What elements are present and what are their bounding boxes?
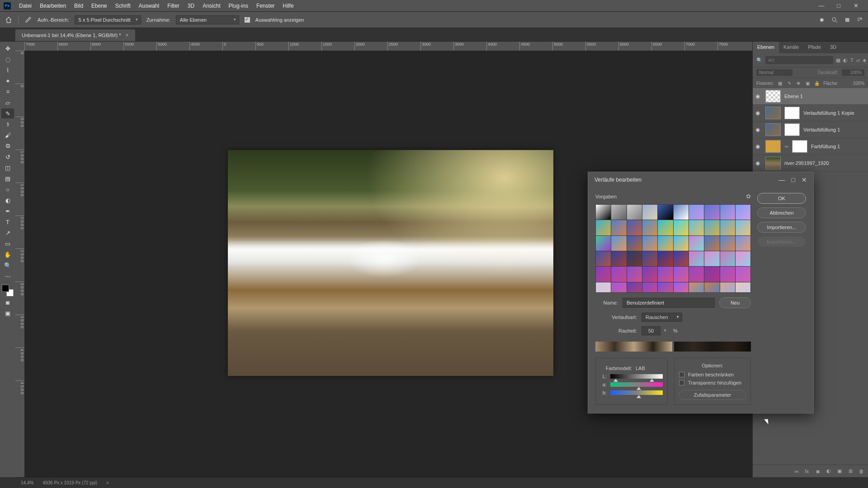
eyedropper-tool-icon[interactable] (24, 16, 32, 24)
layer-mask-thumbnail[interactable] (784, 123, 800, 136)
gradient-preset-swatch[interactable] (689, 205, 704, 220)
vertical-ruler[interactable]: 005 0 01 0 0 01 5 0 02 0 0 02 5 0 03 0 0… (15, 51, 24, 477)
gradient-preset-swatch[interactable] (642, 205, 657, 220)
gradient-preset-swatch[interactable] (658, 205, 673, 220)
marquee-tool[interactable]: ◌ (1, 54, 14, 64)
b-slider[interactable] (610, 390, 663, 395)
gradient-preset-swatch[interactable] (611, 282, 626, 293)
import-button[interactable]: Importieren... (757, 222, 806, 233)
gradient-preset-swatch[interactable] (658, 220, 673, 235)
menu-window[interactable]: Fenster (253, 1, 278, 11)
hand-tool[interactable]: ✋ (1, 249, 14, 259)
eye-icon[interactable]: ◉ (755, 143, 762, 150)
menu-filter[interactable]: Filter (164, 1, 183, 11)
healing-tool[interactable]: ⚕ (1, 119, 14, 129)
gradient-type-dropdown[interactable]: Rauschen (642, 313, 682, 322)
gradient-preset-swatch[interactable] (611, 236, 626, 251)
menu-3d[interactable]: 3D (184, 1, 198, 11)
layer-row[interactable]: ◉ Verlaufsfüllung 1 (753, 122, 868, 138)
document-tab[interactable]: Unbenannt-1 bei 14,4% (Ebene 1, RGB/8#) … (15, 29, 135, 41)
gradient-preset-swatch[interactable] (674, 236, 689, 251)
gradient-preset-swatch[interactable] (658, 251, 673, 266)
gradient-preset-swatch[interactable] (642, 236, 657, 251)
tab-paths[interactable]: Pfade (803, 42, 826, 53)
roughness-input[interactable]: 50 (642, 326, 660, 335)
layer-name[interactable]: Ebene 1 (784, 94, 803, 99)
layer-name[interactable]: Farbfüllung 1 (811, 144, 840, 149)
gradient-preset-swatch[interactable] (736, 205, 750, 220)
color-model-dropdown[interactable]: LAB (636, 366, 663, 371)
ruler-origin[interactable] (15, 42, 24, 51)
sample-size-dropdown[interactable]: 5 x 5 Pixel Durchschnitt (75, 15, 141, 24)
quickmask-tool[interactable]: ◙ (1, 297, 14, 307)
layer-row[interactable]: ◉ Ebene 1 (753, 88, 868, 105)
clone-tool[interactable]: ⧉ (1, 141, 14, 151)
gradient-preset-swatch[interactable] (658, 236, 673, 251)
window-maximize[interactable]: □ (830, 0, 847, 12)
eye-icon[interactable]: ◉ (755, 160, 762, 166)
edit-toolbar[interactable]: ⋯ (1, 271, 14, 281)
gradient-preset-swatch[interactable] (736, 282, 750, 293)
document-info[interactable]: 4936 Px x 3319 Px (72 ppi) (42, 480, 97, 485)
new-gradient-button[interactable]: Neu (719, 297, 751, 308)
screenmode-tool[interactable]: ▣ (1, 308, 14, 318)
gradient-preset-swatch[interactable] (642, 267, 657, 282)
cancel-button[interactable]: Abbrechen (757, 207, 806, 218)
layer-group-icon[interactable]: ▣ (836, 468, 843, 474)
menu-select[interactable]: Auswahl (135, 1, 163, 11)
blur-tool[interactable]: ○ (1, 184, 14, 194)
restrict-colors-checkbox[interactable] (679, 372, 684, 377)
move-tool[interactable]: ✥ (1, 43, 14, 53)
presets-gear-icon[interactable]: ✿ (746, 193, 751, 200)
opacity-input[interactable]: 100% (842, 69, 864, 76)
gradient-preset-swatch[interactable] (596, 220, 611, 235)
layer-mask-thumbnail[interactable] (792, 140, 807, 153)
home-icon[interactable] (5, 16, 13, 24)
gradient-preset-swatch[interactable] (720, 267, 735, 282)
gradient-preset-swatch[interactable] (596, 267, 611, 282)
zoom-level[interactable]: 14,4% (21, 480, 33, 485)
shape-tool[interactable]: ▭ (1, 239, 14, 249)
filter-smart-icon[interactable]: ◈ (863, 57, 866, 63)
gradient-preset-swatch[interactable] (689, 282, 704, 293)
gradient-preset-swatch[interactable] (689, 267, 704, 282)
menu-type[interactable]: Schrift (112, 1, 134, 11)
foreground-background-colors[interactable] (2, 285, 14, 296)
gradient-preset-swatch[interactable] (736, 236, 750, 251)
magic-wand-tool[interactable]: ✦ (1, 76, 14, 86)
gradient-preset-swatch[interactable] (689, 220, 704, 235)
new-layer-icon[interactable]: ⊞ (847, 468, 854, 474)
gradient-preset-swatch[interactable] (627, 236, 642, 251)
gradient-preset-swatch[interactable] (627, 220, 642, 235)
eraser-tool[interactable]: ◫ (1, 163, 14, 173)
eye-icon[interactable]: ◉ (755, 93, 762, 99)
lasso-tool[interactable]: ⌇ (1, 65, 14, 75)
window-minimize[interactable]: — (813, 0, 830, 12)
gradient-preset-swatch[interactable] (720, 282, 735, 293)
gradient-preset-swatch[interactable] (704, 282, 719, 293)
gradient-preset-swatch[interactable] (642, 251, 657, 266)
gradient-preset-swatch[interactable] (720, 251, 735, 266)
gradient-tool[interactable]: ▤ (1, 174, 14, 183)
dialog-close[interactable]: ✕ (802, 176, 807, 183)
gradient-preset-swatch[interactable] (611, 251, 626, 266)
path-tool[interactable]: ↗ (1, 228, 14, 238)
gradient-preset-swatch[interactable] (596, 251, 611, 266)
layer-row[interactable]: ◉ ⫘ Farbfüllung 1 (753, 138, 868, 155)
filter-type-icon[interactable]: T (850, 57, 854, 63)
gradient-preset-swatch[interactable] (611, 220, 626, 235)
layer-name[interactable]: Verlaufsfüllung 1 Kopie (803, 110, 854, 116)
show-sampling-ring-checkbox[interactable] (245, 17, 250, 23)
layer-fx-icon[interactable]: fx (804, 468, 810, 474)
layer-row[interactable]: ◉ Verlaufsfüllung 1 Kopie (753, 105, 868, 122)
sample-layers-dropdown[interactable]: Alle Ebenen (176, 15, 239, 24)
gradient-preset-swatch[interactable] (596, 205, 611, 220)
export-button[interactable]: Exportieren... (757, 236, 806, 247)
layers-filter-input[interactable] (765, 56, 833, 64)
tab-layers[interactable]: Ebenen (753, 42, 779, 53)
filter-shape-icon[interactable]: ▱ (856, 57, 860, 63)
tab-channels[interactable]: Kanäle (779, 42, 803, 53)
ok-button[interactable]: OK (757, 193, 806, 204)
gradient-preset-swatch[interactable] (704, 251, 719, 266)
search-icon[interactable] (831, 16, 838, 23)
